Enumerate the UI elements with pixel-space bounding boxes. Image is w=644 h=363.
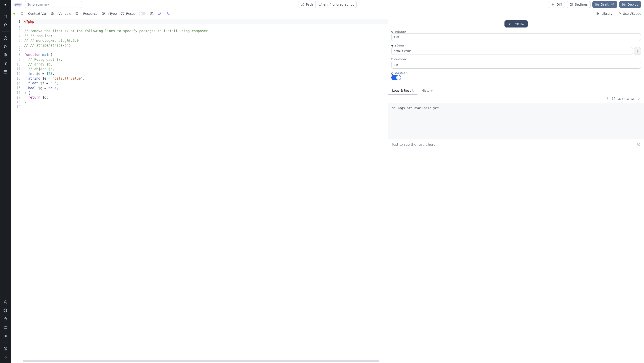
assistant-icon[interactable] [166, 12, 170, 16]
info-icon[interactable] [637, 143, 640, 147]
input-label-d: dinteger [391, 30, 641, 33]
script-summary-input[interactable] [24, 1, 82, 8]
topbar: php Path u/henri/honored_script Diff Set… [11, 0, 644, 9]
svg-rect-0 [4, 15, 7, 18]
svg-point-3 [5, 64, 6, 65]
code-line[interactable]: // object $c, [24, 67, 388, 71]
use-vscode-button[interactable]: Use VScode [618, 12, 641, 15]
editor-code[interactable]: <?php// remove the first // of the follo… [23, 18, 388, 363]
input-label-e: estring [391, 43, 641, 47]
right-panel: Test ⌘↵ dintegerestring$fnumbergboolean … [388, 18, 644, 363]
code-line[interactable]: // array $b, [24, 62, 388, 67]
sidebar-item-workers[interactable] [1, 315, 10, 323]
type-button[interactable]: +Type [102, 12, 117, 15]
logo-icon[interactable] [2, 2, 9, 9]
download-logs-icon[interactable] [606, 97, 609, 101]
code-line[interactable]: int $d = 123, [24, 71, 388, 76]
sidebar-item-workspace[interactable] [1, 12, 10, 20]
result-area: Test to see the result here [388, 139, 644, 151]
svg-point-11 [151, 12, 152, 13]
code-line[interactable]: return $d; [24, 95, 388, 100]
code-line[interactable]: // Postgresql $a, [24, 57, 388, 62]
svg-rect-4 [4, 71, 7, 73]
svg-point-12 [152, 12, 153, 13]
code-editor[interactable]: 12345678910111213141516171819 <?php// re… [11, 18, 388, 363]
path-label: Path [306, 3, 313, 6]
resource-button[interactable]: +Resource [75, 12, 98, 15]
editor-toolbar: +Context Var +Variable +Resource +Type R… [11, 9, 644, 18]
code-line[interactable] [24, 48, 388, 52]
tab-logs-result[interactable]: Logs & Result [388, 86, 418, 95]
settings-button[interactable]: Settings [567, 1, 590, 8]
logs-area: No logs are available yet [388, 103, 644, 139]
library-button[interactable]: Library [596, 12, 612, 15]
tab-history[interactable]: History [418, 86, 437, 95]
reset-button[interactable]: Reset [121, 12, 135, 15]
input-field-d[interactable] [391, 33, 641, 41]
sidebar-item-schedules[interactable] [1, 68, 10, 76]
code-line[interactable]: bool $g = true, [24, 86, 388, 90]
brush-icon[interactable] [158, 12, 162, 16]
svg-point-5 [5, 301, 6, 302]
editor-hscroll[interactable] [23, 360, 379, 362]
expand-logs-icon[interactable]: / [612, 97, 616, 101]
code-line[interactable] [24, 24, 388, 29]
code-line[interactable]: string $e = "default value", [24, 76, 388, 81]
sidebar [0, 0, 11, 363]
code-line[interactable]: ) { [24, 90, 388, 95]
sidebar-item-variables[interactable] [1, 51, 10, 59]
input-addon-e[interactable]: $ [634, 47, 641, 55]
variable-button[interactable]: +Variable [50, 12, 71, 15]
input-switch-g[interactable] [391, 75, 401, 80]
input-field-f[interactable] [391, 61, 641, 69]
editor-gutter: 12345678910111213141516171819 [11, 18, 23, 363]
draft-button[interactable]: Draft ⌘S [592, 1, 618, 8]
sidebar-item-help[interactable] [1, 345, 10, 353]
svg-point-10 [571, 4, 572, 5]
multiplayer-icon[interactable] [150, 12, 154, 16]
autoscroll-label: Auto scroll [618, 97, 634, 101]
code-line[interactable]: } [24, 100, 388, 105]
svg-rect-7 [4, 318, 7, 320]
sidebar-item-audit[interactable] [1, 332, 10, 340]
svg-point-6 [5, 310, 6, 311]
code-line[interactable]: // // require: [24, 34, 388, 38]
sidebar-item-home[interactable] [1, 34, 10, 42]
sidebar-item-collapse[interactable] [1, 353, 10, 361]
code-line[interactable]: // // stripe/stripe-php [24, 43, 388, 48]
context-var-button[interactable]: +Context Var [20, 12, 46, 15]
right-tabs: Logs & Result History [388, 86, 644, 95]
autoscroll-check-icon[interactable] [637, 97, 641, 101]
sidebar-item-folders[interactable] [1, 324, 10, 332]
diff-button[interactable]: Diff [548, 1, 564, 8]
code-line[interactable]: float $f = 3.5, [24, 81, 388, 86]
code-line[interactable]: // remove the first // of the following … [24, 29, 388, 33]
code-line[interactable] [24, 105, 388, 109]
language-badge: php [14, 3, 22, 6]
sidebar-item-settings[interactable] [1, 307, 10, 315]
test-button[interactable]: Test ⌘↵ [504, 20, 528, 27]
path-button[interactable]: Path [298, 1, 316, 8]
toggle-multiplayer[interactable] [139, 12, 146, 15]
code-line[interactable]: <?php [23, 19, 388, 24]
code-line[interactable]: function main( [24, 52, 388, 57]
sidebar-item-user[interactable] [1, 298, 10, 306]
path-value[interactable]: u/henri/honored_script [316, 1, 357, 8]
input-field-e[interactable] [391, 47, 633, 55]
sidebar-item-resources[interactable] [1, 59, 10, 67]
svg-point-8 [5, 336, 6, 337]
sidebar-item-favorites[interactable] [1, 21, 10, 29]
deploy-button[interactable]: Deploy [619, 1, 641, 8]
input-label-f: fnumber [391, 57, 641, 61]
input-label-g: gboolean [391, 71, 641, 75]
code-line[interactable]: // // monolog/monolog@3.6.0 [24, 38, 388, 43]
sidebar-item-runs[interactable] [1, 42, 10, 50]
status-dot-icon [14, 13, 15, 14]
